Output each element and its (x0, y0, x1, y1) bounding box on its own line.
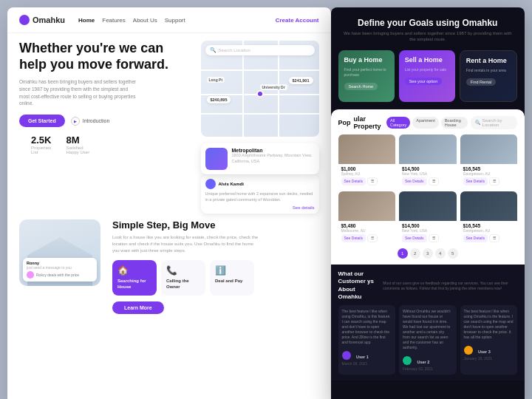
prop-card-3: $5,480 Melbourne, AU See Details ☰ (338, 191, 396, 245)
prop-actions-2: See Details ☰ (463, 177, 515, 185)
step-icon-call: 📞 (166, 265, 200, 276)
testimonial-author-2: User 3 (478, 349, 491, 354)
intro-label: Introduction (83, 118, 110, 123)
prop-location-1: New York, USA (402, 171, 454, 176)
goal-card-buy[interactable]: Buy a Home Find your perfect home to pur… (338, 50, 395, 102)
goal-buy-desc: Find your perfect home to purchase (344, 67, 389, 78)
property-image (205, 148, 228, 170)
goal-card-rent[interactable]: Rent a Home Find rentals in your area Fi… (460, 50, 517, 102)
prop-price-4: $14,500 (402, 223, 454, 228)
testimonial-date-0: March 09, 2021 (342, 361, 392, 366)
stat-properties-label: PropertiesList (31, 146, 51, 154)
prop-actions-3: See Details ☰ (341, 234, 393, 242)
map-road (201, 113, 319, 115)
stat-properties-number: 2.5K (31, 134, 51, 146)
prop-card-info-1: $14,500 New York, USA See Details ☰ (399, 164, 457, 188)
house-review-card: Ronny just send a message to you Rokcy d… (23, 258, 97, 282)
filter-tab-boarding[interactable]: Boarding House (441, 117, 468, 129)
property-search[interactable]: 🔍 Search by Location (471, 116, 517, 129)
filter-tabs: All Category Apartment Boarding House (386, 117, 468, 129)
testimonials-section: What our Customer ys About Omahku Most o… (331, 265, 525, 381)
testimonial-avatar-1 (403, 356, 412, 365)
page-4[interactable]: 4 (435, 248, 446, 259)
prop-price-1: $14,500 (402, 166, 454, 171)
page-1[interactable]: 1 (398, 248, 408, 259)
map-road (201, 69, 319, 71)
intro-button[interactable]: ▶ Introduction (71, 117, 110, 126)
play-icon: ▶ (71, 117, 80, 126)
property-address: 1600 Amphitheatre Parkway, Mountain View… (232, 153, 315, 164)
goal-sell-desc: List your property for sale (405, 67, 449, 72)
steps-title: Simple Step, Big Move (112, 219, 260, 231)
testimonial-author-1: User 2 (417, 360, 429, 364)
see-details-1[interactable]: See Details (402, 177, 427, 185)
reviewer-avatar (205, 179, 216, 189)
house-review-text: just send a message to you (27, 265, 93, 270)
prop-card-image-4 (399, 191, 457, 221)
prop-actions-1: See Details ☰ (402, 177, 454, 185)
property-section-title: Pop (338, 119, 351, 126)
get-started-button[interactable]: Get Started (19, 115, 65, 127)
map-search-bar[interactable]: 🔍 Search Location (205, 45, 315, 55)
testimonial-avatar-0 (342, 351, 351, 360)
page-3[interactable]: 3 (423, 248, 433, 259)
prop-card-info-4: $14,500 New York, USA See Details ☰ (399, 221, 457, 245)
map-label: University Dr (260, 84, 287, 90)
goal-rent-desc: Find rentals in your area (466, 68, 511, 73)
save-4[interactable]: ☰ (429, 234, 439, 242)
see-details-4[interactable]: See Details (402, 234, 427, 242)
goal-card-sell[interactable]: Sell a Home List your property for sale … (399, 50, 455, 102)
prop-location-2: Georgetown, AU (463, 171, 515, 176)
testimonial-text-1: Without Omahku we wouldn't have found ou… (403, 309, 453, 350)
goal-sell-button[interactable]: See your option (405, 78, 443, 85)
property-header: Pop ular Property All Category Apartment… (338, 115, 518, 130)
prop-card-0: $1,000 Sydney, AU See Details ☰ (338, 134, 396, 188)
goal-rent-button[interactable]: Find Rental (466, 78, 496, 86)
testimonials-header: What our Customer ys About Omahku Most o… (338, 270, 518, 301)
prop-card-4: $14,500 New York, USA See Details ☰ (399, 191, 457, 245)
goal-buy-button[interactable]: Search Home (344, 83, 378, 90)
nav-support[interactable]: Support (165, 17, 185, 24)
testimonial-avatar-2 (464, 346, 473, 355)
step-icon-search: 🏠 (117, 265, 151, 276)
nav-about[interactable]: About Us (133, 17, 157, 24)
reviewer-card: Alvis Kamdi Unique preferred home with 2… (201, 175, 319, 214)
step-card-call[interactable]: 📞 Calling the Owner (161, 260, 205, 296)
steps-section: Simple Step, Big Move Look for a house l… (112, 219, 260, 314)
save-0[interactable]: ☰ (367, 177, 378, 185)
goal-rent-label: Rent a Home (466, 57, 511, 65)
stat-users-label: SatisfiedHappy User (66, 146, 89, 154)
nav-features[interactable]: Features (102, 17, 126, 24)
page-5[interactable]: 5 (448, 248, 458, 259)
step-card-search[interactable]: 🏠 Searching for House (112, 260, 157, 296)
save-1[interactable]: ☰ (429, 177, 439, 185)
logo: Omahku (19, 15, 65, 25)
learn-more-button[interactable]: Learn More (112, 301, 164, 314)
see-details-0[interactable]: See Details (341, 177, 366, 185)
prop-location-3: Melbourne, AU (341, 228, 393, 233)
property-section-title-rest: ular Property (354, 115, 387, 130)
see-details-2[interactable]: See Details (463, 177, 488, 185)
page-2[interactable]: 2 (410, 248, 420, 259)
save-2[interactable]: ☰ (489, 177, 499, 185)
prop-card-info-0: $1,000 Sydney, AU See Details ☰ (338, 164, 396, 188)
stat-users: 8M SatisfiedHappy User (66, 134, 89, 154)
testimonial-card-1: Without Omahku we wouldn't have found ou… (399, 305, 457, 375)
testimonials-description: Most of our users give us feedback regar… (383, 281, 517, 291)
save-5[interactable]: ☰ (489, 234, 499, 242)
prop-location-4: New York, USA (402, 228, 454, 233)
see-details-5[interactable]: See Details (463, 234, 488, 242)
step-card-deal[interactable]: ℹ️ Deal and Pay (210, 260, 254, 296)
filter-tab-all[interactable]: All Category (386, 117, 410, 129)
prop-card-1: $14,500 New York, USA See Details ☰ (399, 134, 457, 188)
right-panel-title: Define your Goals using Omahku (341, 18, 515, 28)
see-details-3[interactable]: See Details (341, 234, 366, 242)
nav-home[interactable]: Home (78, 17, 95, 24)
save-3[interactable]: ☰ (367, 234, 378, 242)
price-tag: $240,895 (207, 96, 231, 103)
stat-users-number: 8M (66, 134, 89, 146)
see-details-link[interactable]: See details (205, 202, 315, 210)
filter-tab-apartment[interactable]: Apartment (412, 117, 438, 129)
create-account-link[interactable]: Create Account (276, 17, 319, 24)
steps-cards: 🏠 Searching for House 📞 Calling the Owne… (112, 260, 260, 296)
